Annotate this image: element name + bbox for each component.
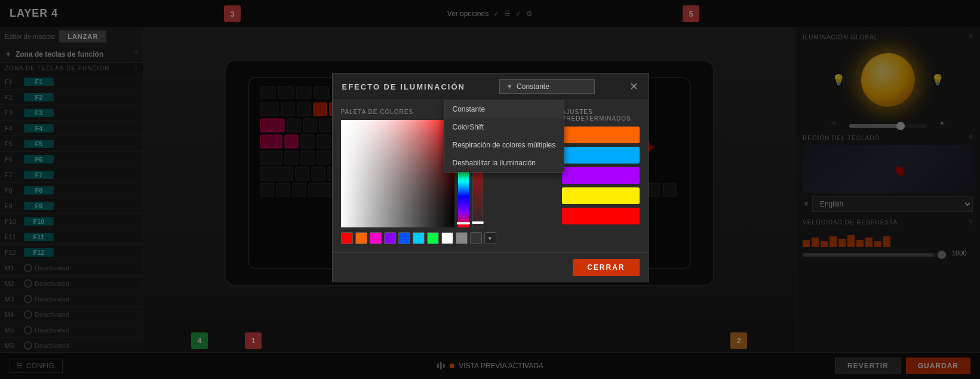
- swatch-cyan[interactable]: [413, 232, 425, 244]
- effect-respiracion[interactable]: Respiración de colores múltiples: [444, 136, 564, 154]
- preset-bar-3[interactable]: [562, 167, 640, 184]
- swatch-orange[interactable]: [355, 232, 367, 244]
- swatch-blue[interactable]: [398, 232, 410, 244]
- swatch-magenta[interactable]: [370, 232, 382, 244]
- effect-dropdown[interactable]: ▼ Constante: [499, 79, 595, 94]
- presets-title: AJUSTES PREDETERMINADOS: [562, 109, 640, 122]
- lighting-effect-modal: EFECTO DE ILUMINACIÓN ▼ Constante ✕ Cons…: [332, 73, 649, 282]
- effect-dropdown-menu: Constante ColorShift Respiración de colo…: [444, 100, 565, 172]
- preset-bar-1[interactable]: [562, 127, 640, 143]
- modal-footer: CERRAR: [333, 252, 648, 282]
- modal-title: EFECTO DE ILUMINACIÓN: [342, 82, 465, 91]
- selected-effect-label: Constante: [517, 82, 549, 91]
- effect-deshabilitar[interactable]: Deshabilitar la iluminación: [444, 154, 564, 172]
- swatch-red[interactable]: [341, 232, 353, 244]
- swatch-green[interactable]: [427, 232, 439, 244]
- swatch-purple[interactable]: [384, 232, 396, 244]
- swatch-gray[interactable]: [456, 232, 468, 244]
- swatch-dark[interactable]: [470, 232, 482, 244]
- swatch-dropdown[interactable]: ▼: [484, 232, 496, 244]
- preset-bar-4[interactable]: [562, 187, 640, 204]
- preset-bar-5[interactable]: [562, 208, 640, 224]
- dropdown-arrow-icon: ▼: [506, 82, 513, 91]
- preset-bar-2[interactable]: [562, 147, 640, 164]
- modal-header: EFECTO DE ILUMINACIÓN ▼ Constante ✕: [333, 73, 648, 100]
- color-swatches: ▼: [341, 232, 496, 244]
- cerrar-button[interactable]: CERRAR: [573, 259, 639, 276]
- color-gradient[interactable]: [341, 120, 454, 227]
- swatch-white[interactable]: [441, 232, 453, 244]
- effect-constante[interactable]: Constante: [444, 100, 564, 118]
- presets-section: AJUSTES PREDETERMINADOS: [562, 109, 640, 244]
- modal-close-button[interactable]: ✕: [629, 80, 638, 93]
- modal-overlay: EFECTO DE ILUMINACIÓN ▼ Constante ✕ Cons…: [0, 0, 980, 379]
- effect-colorshift[interactable]: ColorShift: [444, 118, 564, 136]
